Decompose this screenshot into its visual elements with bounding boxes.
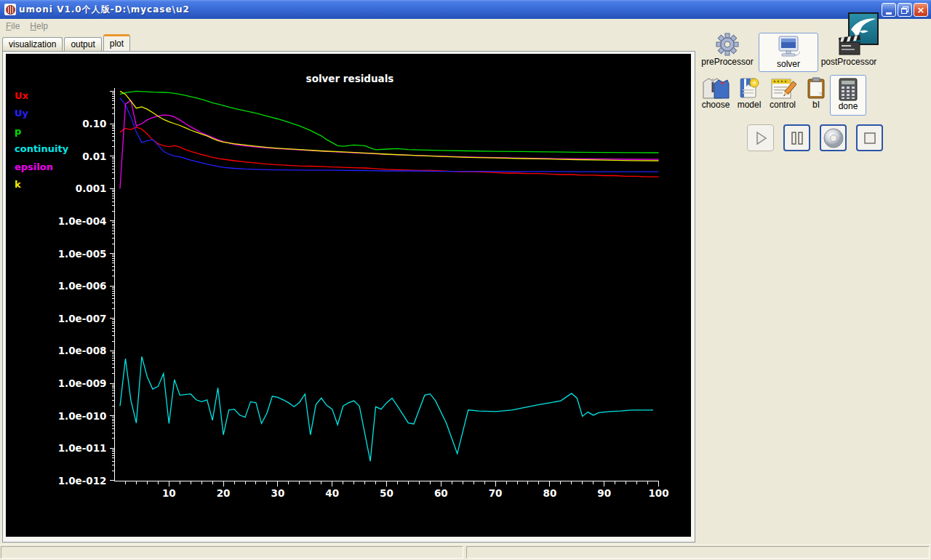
- pause-button[interactable]: [783, 124, 810, 151]
- bi-label: bI: [812, 100, 820, 110]
- gear-icon: [716, 32, 739, 57]
- tab-plot[interactable]: plot: [103, 34, 130, 51]
- close-icon: ×: [917, 5, 925, 15]
- svg-text:0.10: 0.10: [82, 118, 106, 129]
- titlebar: umoni V1.0个人版-D:\mycase\u2 ×: [0, 0, 931, 19]
- svg-text:0.001: 0.001: [76, 183, 107, 194]
- minimize-icon: [886, 12, 892, 15]
- clothes-icon: [701, 76, 730, 100]
- book-icon: [738, 76, 760, 100]
- menubar: File Help: [0, 19, 931, 33]
- done-label: done: [839, 101, 858, 111]
- residuals-chart: 0.100.010.0011.0e-0041.0e-0051.0e-0061.0…: [6, 54, 691, 537]
- preprocessor-label: preProcessor: [701, 57, 753, 67]
- restore-icon: [901, 7, 908, 14]
- svg-text:30: 30: [271, 487, 285, 499]
- clapperboard-icon: [836, 33, 862, 57]
- svg-text:1.0e-005: 1.0e-005: [58, 248, 107, 260]
- menu-help[interactable]: Help: [30, 21, 48, 31]
- clipboard-icon: [805, 76, 827, 100]
- model-button[interactable]: model: [736, 76, 762, 110]
- svg-text:40: 40: [325, 487, 339, 499]
- svg-text:1.0e-006: 1.0e-006: [58, 280, 107, 292]
- control-button[interactable]: control: [764, 76, 802, 110]
- app-icon: [4, 4, 16, 15]
- svg-text:60: 60: [434, 487, 448, 499]
- choose-label: choose: [702, 100, 730, 110]
- model-label: model: [738, 100, 762, 110]
- bi-button[interactable]: bI: [803, 76, 829, 110]
- series-Uy: [120, 98, 659, 172]
- svg-text:50: 50: [380, 487, 393, 499]
- tab-visualization[interactable]: visualization: [2, 37, 63, 51]
- series-k: [120, 91, 659, 161]
- status-panel-left: [1, 546, 463, 559]
- calculator-icon: [838, 78, 858, 101]
- done-button[interactable]: done: [830, 75, 866, 116]
- window-title: umoni V1.0个人版-D:\mycase\u2: [19, 4, 190, 16]
- postprocessor-label: postProcessor: [821, 57, 877, 67]
- stop-icon: [861, 129, 879, 147]
- play-icon: [752, 129, 770, 147]
- chart-legend: UxUypcontinuityepsilonk: [15, 87, 68, 193]
- restore-button[interactable]: [898, 3, 912, 17]
- svg-text:70: 70: [489, 487, 503, 499]
- svg-text:1.0e-004: 1.0e-004: [58, 215, 107, 227]
- plot-area: 0.100.010.0011.0e-0041.0e-0051.0e-0061.0…: [6, 54, 691, 537]
- svg-text:80: 80: [543, 487, 557, 499]
- svg-text:1.0e-011: 1.0e-011: [58, 442, 107, 454]
- tab-output[interactable]: output: [64, 37, 101, 51]
- legend-item-epsilon: epsilon: [15, 159, 68, 176]
- svg-text:1.0e-007: 1.0e-007: [58, 313, 107, 324]
- solver-button[interactable]: solver: [759, 33, 818, 72]
- stop-button[interactable]: [856, 124, 883, 151]
- preprocessor-button[interactable]: preProcessor: [700, 32, 755, 67]
- play-button[interactable]: [747, 124, 774, 151]
- notepad-pencil-icon: [769, 76, 796, 100]
- series-epsilon: [120, 100, 659, 188]
- svg-text:1.0e-010: 1.0e-010: [58, 410, 107, 422]
- legend-item-Uy: Uy: [15, 105, 68, 122]
- pause-icon: [788, 129, 806, 147]
- svg-text:10: 10: [162, 487, 176, 499]
- svg-text:solver residuals: solver residuals: [306, 73, 394, 84]
- legend-item-k: k: [15, 176, 68, 193]
- series-continuity: [120, 356, 653, 461]
- minimize-button[interactable]: [882, 3, 896, 17]
- choose-button[interactable]: choose: [697, 76, 735, 110]
- monitor-icon: [775, 36, 802, 59]
- svg-text:0.01: 0.01: [82, 151, 106, 162]
- menu-file[interactable]: File: [6, 21, 20, 31]
- svg-text:100: 100: [648, 487, 668, 499]
- disc-icon: [823, 127, 844, 149]
- series-p: [120, 91, 659, 153]
- svg-text:1.0e-012: 1.0e-012: [58, 475, 107, 487]
- control-label: control: [770, 100, 796, 110]
- statusbar: [0, 544, 931, 560]
- solver-label: solver: [777, 59, 800, 69]
- legend-item-Ux: Ux: [15, 87, 68, 105]
- legend-item-p: p: [15, 123, 68, 140]
- status-panel-right: [466, 546, 930, 559]
- svg-text:1.0e-009: 1.0e-009: [58, 377, 107, 389]
- postprocessor-button[interactable]: postProcessor: [819, 33, 879, 67]
- plot-panel: 0.100.010.0011.0e-0041.0e-0051.0e-0061.0…: [2, 51, 695, 543]
- close-button[interactable]: ×: [914, 3, 928, 17]
- svg-text:20: 20: [217, 487, 231, 499]
- record-button[interactable]: [820, 124, 847, 151]
- svg-text:90: 90: [597, 487, 611, 499]
- svg-text:1.0e-008: 1.0e-008: [58, 345, 107, 356]
- legend-item-continuity: continuity: [15, 140, 68, 158]
